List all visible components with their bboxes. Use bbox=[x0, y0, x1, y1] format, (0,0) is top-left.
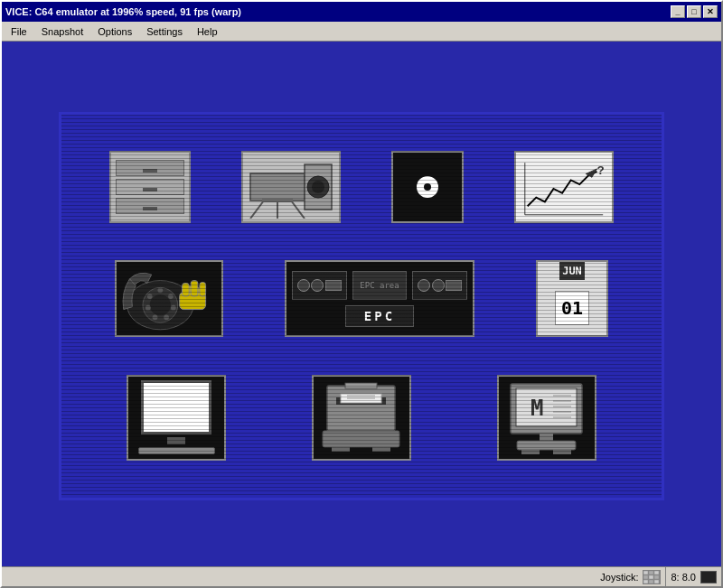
calendar-day: 01 bbox=[555, 291, 589, 325]
window-title: VICE: C64 emulator at 1996% speed, 91 fp… bbox=[5, 6, 671, 17]
epc-panel-icon: EPC area EPC bbox=[285, 260, 474, 337]
camera-svg bbox=[246, 155, 336, 219]
svg-rect-31 bbox=[332, 447, 350, 452]
status-bar: Joystick: 8: 8.0 bbox=[2, 566, 721, 586]
svg-rect-43 bbox=[540, 434, 553, 441]
svg-rect-29 bbox=[345, 383, 377, 388]
icon-row-3: M bbox=[89, 375, 634, 461]
joystick-indicator bbox=[643, 570, 661, 584]
speed-section: 8: 8.0 bbox=[665, 567, 696, 586]
menu-snapshot[interactable]: Snapshot bbox=[34, 22, 90, 41]
chart-svg: ? bbox=[521, 157, 607, 220]
camera-icon bbox=[241, 151, 341, 223]
svg-point-20 bbox=[146, 305, 151, 311]
svg-point-15 bbox=[157, 288, 163, 294]
svg-rect-8 bbox=[521, 159, 607, 219]
minimize-button[interactable]: _ bbox=[671, 5, 685, 18]
title-bar: VICE: C64 emulator at 1996% speed, 91 fp… bbox=[2, 2, 721, 22]
svg-text:M: M bbox=[531, 396, 543, 421]
power-indicator bbox=[700, 571, 717, 583]
calendar-icon: JUN 01 bbox=[536, 260, 608, 337]
svg-rect-25 bbox=[200, 283, 206, 296]
svg-rect-30 bbox=[323, 431, 399, 447]
emulator-area: ? bbox=[2, 42, 721, 570]
mailbox-icon: M bbox=[497, 375, 596, 461]
svg-point-16 bbox=[168, 294, 174, 300]
svg-point-17 bbox=[171, 305, 176, 311]
svg-line-6 bbox=[291, 201, 305, 219]
menu-bar: File Snapshot Options Settings Help bbox=[2, 22, 721, 42]
svg-point-14 bbox=[150, 295, 171, 316]
svg-rect-47 bbox=[643, 571, 648, 574]
svg-point-19 bbox=[153, 315, 158, 321]
menu-file[interactable]: File bbox=[4, 22, 34, 41]
svg-rect-24 bbox=[191, 281, 198, 296]
menu-options[interactable]: Options bbox=[90, 22, 139, 41]
svg-rect-49 bbox=[654, 571, 659, 574]
joystick-label: Joystick: bbox=[600, 572, 638, 583]
svg-rect-32 bbox=[372, 447, 390, 452]
svg-rect-45 bbox=[521, 450, 540, 454]
svg-line-4 bbox=[250, 201, 264, 219]
maximize-button[interactable]: □ bbox=[687, 5, 701, 18]
menu-help[interactable]: Help bbox=[190, 22, 225, 41]
svg-text:?: ? bbox=[596, 163, 604, 177]
main-window: VICE: C64 emulator at 1996% speed, 91 fp… bbox=[0, 0, 723, 588]
c64-screen: ? bbox=[59, 112, 664, 500]
svg-rect-36 bbox=[516, 388, 577, 426]
svg-rect-54 bbox=[649, 580, 653, 583]
svg-rect-53 bbox=[643, 580, 648, 583]
computer-monitor-icon bbox=[127, 375, 226, 461]
svg-rect-7 bbox=[262, 199, 293, 202]
mailbox-svg: M bbox=[503, 379, 589, 456]
printer-svg bbox=[318, 381, 404, 453]
joystick-grid-icon bbox=[643, 571, 660, 583]
menu-settings[interactable]: Settings bbox=[139, 22, 190, 41]
speed-display: 8: 8.0 bbox=[671, 572, 696, 583]
svg-rect-55 bbox=[654, 580, 659, 583]
svg-rect-26 bbox=[327, 386, 395, 431]
telephone-icon bbox=[115, 260, 223, 337]
svg-rect-23 bbox=[183, 284, 190, 297]
svg-rect-0 bbox=[250, 173, 305, 201]
disc-icon bbox=[391, 151, 464, 223]
filing-cabinet-icon bbox=[109, 151, 191, 223]
svg-rect-51 bbox=[649, 575, 653, 579]
screen-content: ? bbox=[61, 115, 662, 498]
svg-rect-52 bbox=[654, 575, 659, 579]
svg-rect-46 bbox=[553, 450, 571, 454]
svg-point-21 bbox=[147, 294, 153, 300]
icon-row-2: EPC area EPC bbox=[89, 260, 634, 337]
svg-rect-50 bbox=[643, 575, 648, 579]
svg-rect-44 bbox=[517, 441, 576, 450]
printer-icon bbox=[312, 375, 411, 461]
svg-rect-48 bbox=[649, 571, 653, 574]
svg-point-3 bbox=[312, 181, 324, 193]
epc-label: EPC bbox=[364, 309, 395, 323]
close-button[interactable]: ✕ bbox=[703, 5, 718, 18]
calendar-month: JUN bbox=[559, 262, 585, 280]
title-bar-buttons: _ □ ✕ bbox=[671, 5, 718, 18]
icon-row-1: ? bbox=[89, 151, 634, 223]
svg-point-18 bbox=[164, 315, 169, 321]
telephone-svg bbox=[117, 260, 221, 337]
stock-chart-icon: ? bbox=[514, 151, 614, 223]
